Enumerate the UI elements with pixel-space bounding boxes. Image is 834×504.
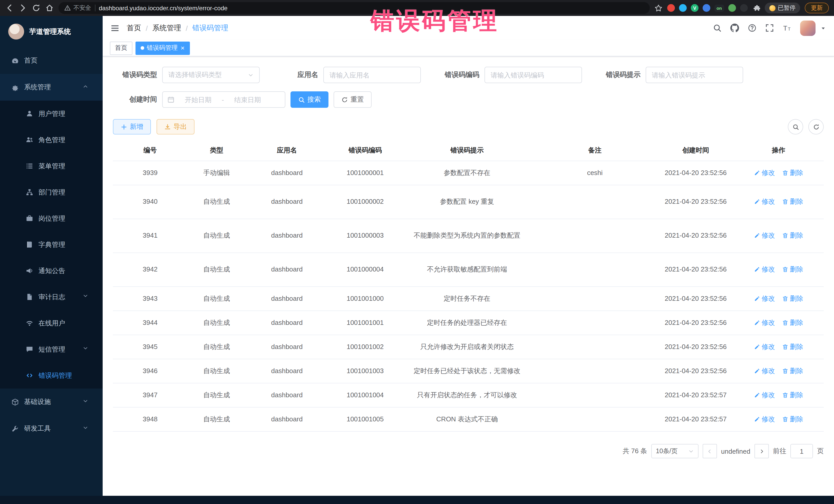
sidebar-item-infra[interactable]: 基础设施 xyxy=(0,389,103,415)
avatar[interactable] xyxy=(800,20,815,36)
browser-back-icon[interactable] xyxy=(5,4,14,12)
next-page-button[interactable] xyxy=(754,444,769,458)
fullscreen-icon[interactable] xyxy=(765,24,774,32)
bookmark-star-icon[interactable] xyxy=(654,4,663,12)
delete-link[interactable]: 删除 xyxy=(782,317,803,328)
security-warning[interactable]: 不安全 xyxy=(64,4,91,12)
chevron-right-icon xyxy=(759,448,765,454)
delete-link[interactable]: 删除 xyxy=(782,366,803,376)
browser-home-icon[interactable] xyxy=(45,4,54,12)
delete-link[interactable]: 删除 xyxy=(782,390,803,400)
breadcrumb-home[interactable]: 首页 xyxy=(127,23,141,32)
end-date-input[interactable] xyxy=(226,96,269,104)
browser-reload-icon[interactable] xyxy=(32,4,41,12)
reset-button[interactable]: 重置 xyxy=(334,91,372,108)
sidebar-logo-row[interactable]: 芋道管理系统 xyxy=(0,16,103,47)
search-button[interactable]: 搜索 xyxy=(290,91,328,108)
sidebar-item-post[interactable]: 岗位管理 xyxy=(0,205,103,232)
close-icon[interactable]: × xyxy=(181,45,184,51)
delete-link[interactable]: 删除 xyxy=(782,197,803,207)
cell-time: 2021-04-20 23:52:56 xyxy=(658,290,733,307)
sidebar-item-audit[interactable]: 审计日志 xyxy=(0,284,103,310)
prev-page-button[interactable] xyxy=(703,444,717,458)
export-button[interactable]: 导出 xyxy=(156,119,195,134)
sidebar-item-menu[interactable]: 菜单管理 xyxy=(0,153,103,179)
sidebar-item-errcode[interactable]: 错误码管理 xyxy=(0,363,103,389)
edit-link[interactable]: 修改 xyxy=(754,231,775,241)
avatar-caret-down-icon[interactable] xyxy=(820,25,826,31)
edit-link[interactable]: 修改 xyxy=(754,168,775,178)
cell-code: 1001000003 xyxy=(328,227,402,244)
url-bar[interactable]: 不安全 dashboard.yudao.iocoder.cn/system/er… xyxy=(59,2,650,14)
toggle-search-button[interactable] xyxy=(788,119,803,134)
delete-link[interactable]: 删除 xyxy=(782,264,803,275)
start-date-input[interactable] xyxy=(177,96,220,104)
error-type-select[interactable]: 请选择错误码类型 xyxy=(162,67,260,83)
date-range-picker[interactable]: - xyxy=(162,91,285,108)
delete-link[interactable]: 删除 xyxy=(782,168,803,178)
sidebar-item-role[interactable]: 角色管理 xyxy=(0,127,103,153)
extensions-puzzle-icon[interactable] xyxy=(752,4,760,12)
sidebar-item-dict[interactable]: 字典管理 xyxy=(0,232,103,258)
app-name-input[interactable] xyxy=(323,67,421,83)
paused-badge[interactable]: 已暂停 xyxy=(765,3,800,13)
sidebar-item-label: 角色管理 xyxy=(39,135,95,145)
tab-home[interactable]: 首页 xyxy=(110,41,132,54)
page-size-select[interactable]: 10条/页 xyxy=(651,444,699,458)
cell-app: dashboard xyxy=(246,227,328,244)
cell-actions: 修改删除 xyxy=(733,387,824,404)
sidebar-item-notice[interactable]: 通知公告 xyxy=(0,258,103,284)
breadcrumb-system[interactable]: 系统管理 xyxy=(152,23,181,32)
add-button[interactable]: 新增 xyxy=(113,119,151,134)
browser-update-button[interactable]: 更新 xyxy=(805,3,829,13)
error-hint-input[interactable] xyxy=(646,67,743,83)
github-icon[interactable] xyxy=(730,24,739,32)
edit-link[interactable]: 修改 xyxy=(754,317,775,328)
edit-link[interactable]: 修改 xyxy=(754,414,775,425)
error-code-input[interactable] xyxy=(484,67,582,83)
font-size-icon[interactable]: TT xyxy=(783,24,791,32)
cell-time: 2021-04-20 23:52:57 xyxy=(658,411,733,428)
main-area: 首页 / 系统管理 / 错误码管理 TT 首页错误码管理× 错误码类型 请选择错… xyxy=(103,16,834,504)
delete-link[interactable]: 删除 xyxy=(782,293,803,304)
edit-link[interactable]: 修改 xyxy=(754,293,775,304)
search-icon xyxy=(792,124,799,130)
sidebar-item-label: 字典管理 xyxy=(39,240,95,249)
tab-error-code[interactable]: 错误码管理× xyxy=(135,41,190,54)
sidebar-item-online[interactable]: 在线用户 xyxy=(0,310,103,336)
edit-link-label: 修改 xyxy=(762,342,775,352)
paw-icon[interactable] xyxy=(740,4,748,12)
switch-on-icon[interactable]: on xyxy=(715,4,724,12)
hamburger-icon[interactable] xyxy=(110,23,119,32)
edit-link[interactable]: 修改 xyxy=(754,366,775,376)
sidebar-item-devtools[interactable]: 研发工具 xyxy=(0,415,103,442)
sidebar-item-dept[interactable]: 部门管理 xyxy=(0,179,103,205)
refresh-table-button[interactable] xyxy=(808,119,824,134)
table-row: 3941自动生成dashboard1001000003不能删除类型为系统内置的参… xyxy=(113,219,824,253)
color-picker-icon[interactable] xyxy=(679,4,687,12)
edit-link[interactable]: 修改 xyxy=(754,390,775,400)
table-row: 3939手动编辑dashboard1001000001参数配置不存在ceshi2… xyxy=(113,161,824,185)
cell-type: 自动生成 xyxy=(187,194,246,211)
sidebar-item-home[interactable]: 首页 xyxy=(0,47,103,74)
help-icon[interactable] xyxy=(748,24,756,32)
column-header-7: 操作 xyxy=(733,142,824,159)
leaf-icon[interactable] xyxy=(728,4,736,12)
browser-forward-icon[interactable] xyxy=(19,4,27,12)
sidebar-item-user[interactable]: 用户管理 xyxy=(0,101,103,127)
sidebar-item-system[interactable]: 系统管理 xyxy=(0,74,103,101)
delete-link[interactable]: 删除 xyxy=(782,231,803,241)
vue-devtools-icon[interactable]: V xyxy=(691,4,699,12)
edit-link[interactable]: 修改 xyxy=(754,197,775,207)
search-icon[interactable] xyxy=(713,24,722,32)
adblock-icon[interactable] xyxy=(667,4,675,12)
edit-link[interactable]: 修改 xyxy=(754,264,775,275)
delete-link-label: 删除 xyxy=(790,264,803,275)
goto-page-input[interactable] xyxy=(790,444,813,458)
edit-link[interactable]: 修改 xyxy=(754,342,775,352)
apps-grid-icon[interactable] xyxy=(703,4,710,12)
cell-actions: 修改删除 xyxy=(733,165,824,181)
sidebar-item-sms[interactable]: 短信管理 xyxy=(0,336,103,363)
delete-link[interactable]: 删除 xyxy=(782,414,803,425)
delete-link[interactable]: 删除 xyxy=(782,342,803,352)
